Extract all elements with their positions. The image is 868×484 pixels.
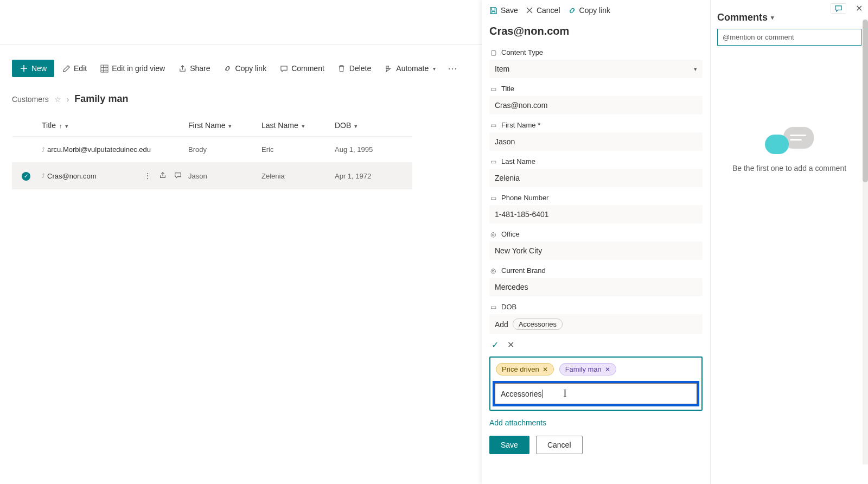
choice-icon: ◎ <box>489 231 497 238</box>
share-button[interactable]: Share <box>173 61 215 76</box>
comment-icon <box>279 64 288 73</box>
link-icon <box>568 7 576 15</box>
pane-copylink-button[interactable]: Copy link <box>568 6 611 15</box>
title-field[interactable]: Cras@non.com <box>489 96 703 114</box>
link-icon <box>224 64 232 73</box>
text-cursor <box>542 390 542 398</box>
sort-asc-icon: ↑ <box>59 123 62 129</box>
edit-button[interactable]: Edit <box>56 61 92 76</box>
comment-button[interactable]: Comment <box>274 61 330 76</box>
list-grid: Title↑▾ First Name▾ Last Name▾ DOB▾ ⤴arc… <box>0 109 412 189</box>
col-firstname[interactable]: First Name▾ <box>188 121 261 130</box>
text-icon: ▭ <box>489 122 497 129</box>
flow-icon <box>384 64 393 73</box>
row-more-icon[interactable]: ⋮ <box>144 171 151 180</box>
item-icon: ⤴ <box>42 173 45 179</box>
share-icon <box>178 64 187 73</box>
add-attachments-link[interactable]: Add attachments <box>489 411 703 430</box>
text-icon: ▭ <box>489 194 497 202</box>
close-icon <box>526 7 533 14</box>
remove-tag-icon[interactable]: ✕ <box>542 366 548 373</box>
delete-button[interactable]: Delete <box>332 61 376 76</box>
chevron-down-icon: ▾ <box>771 14 774 21</box>
bubble-icon <box>765 135 789 154</box>
contenttype-icon: ▢ <box>489 49 497 56</box>
lastname-field[interactable]: Zelenia <box>489 169 703 187</box>
date-icon: ▭ <box>489 303 497 311</box>
more-button[interactable]: ⋯ <box>443 60 462 77</box>
chevron-down-icon: ▾ <box>65 123 68 129</box>
col-title[interactable]: Title↑▾ <box>42 121 188 130</box>
breadcrumb-sep: › <box>67 95 69 104</box>
trash-icon <box>337 64 346 73</box>
table-row[interactable]: ✓ ⤴ Cras@non.com ⋮ Jason Zelenia Apr 1, … <box>12 162 412 189</box>
pane-cancel-button[interactable]: Cancel <box>526 6 560 15</box>
grid-icon <box>100 64 108 73</box>
grid-header: Title↑▾ First Name▾ Last Name▾ DOB▾ <box>12 114 412 136</box>
remove-tag-icon[interactable]: ✕ <box>605 366 610 373</box>
chevron-down-icon: ▾ <box>694 66 697 73</box>
row-share-icon[interactable] <box>159 171 167 180</box>
pencil-icon <box>62 64 71 73</box>
text-icon: ▭ <box>489 158 497 165</box>
item-icon: ⤴ <box>42 147 45 153</box>
comment-bubble-icon[interactable] <box>831 3 846 14</box>
star-icon[interactable]: ☆ <box>54 95 61 104</box>
new-label: New <box>31 64 47 73</box>
close-pane-icon[interactable]: ✕ <box>856 3 863 14</box>
row-comment-icon[interactable] <box>174 171 182 180</box>
text-icon: ▭ <box>489 85 497 93</box>
tag-chip[interactable]: Price driven ✕ <box>496 363 554 375</box>
selected-check-icon[interactable]: ✓ <box>22 172 30 181</box>
breadcrumb-list[interactable]: Customers <box>12 95 49 104</box>
table-row[interactable]: ⤴arcu.Morbi@vulputateduinec.edu Brody Er… <box>12 136 412 162</box>
brand-field[interactable]: Mercedes <box>489 278 703 296</box>
cancel-icon[interactable]: ✕ <box>507 340 514 350</box>
firstname-field[interactable]: Jason <box>489 132 703 151</box>
grid-edit-button[interactable]: Edit in grid view <box>94 61 170 76</box>
tag-input[interactable]: Accessories I <box>495 383 697 404</box>
office-field[interactable]: New York City <box>489 241 703 260</box>
details-pane: Save Cancel Copy link Cras@non.com <box>482 0 868 484</box>
save-icon <box>489 7 497 15</box>
pane-toolbar: Save Cancel Copy link <box>482 0 710 17</box>
col-dob[interactable]: DOB▾ <box>335 121 411 130</box>
cancel-button[interactable]: Cancel <box>536 436 583 454</box>
automate-button[interactable]: Automate ▾ <box>379 61 441 76</box>
comments-empty-state: Be the first one to add a comment <box>717 127 861 173</box>
item-title: Cras@non.com <box>489 17 703 42</box>
col-lastname[interactable]: Last Name▾ <box>261 121 335 130</box>
new-button[interactable]: New <box>12 60 54 77</box>
comments-panel: ✕ Comments ▾ @mention or comment Be the … <box>711 0 868 484</box>
suggestion-chip[interactable]: Accessories <box>513 319 563 330</box>
choice-icon: ◎ <box>489 267 497 275</box>
ibeam-cursor-icon: I <box>563 388 566 399</box>
save-button[interactable]: Save <box>489 436 529 454</box>
tag-suggestion[interactable]: Add Accessories <box>489 314 703 334</box>
svg-rect-0 <box>101 65 108 72</box>
phone-field[interactable]: 1-481-185-6401 <box>489 205 703 224</box>
chevron-down-icon: ▾ <box>433 66 436 72</box>
contenttype-select[interactable]: Item ▾ <box>489 60 703 78</box>
plus-icon <box>20 64 28 73</box>
tags-field[interactable]: Price driven ✕ Family man ✕ Accessories <box>489 356 703 411</box>
confirm-icon[interactable]: ✓ <box>492 340 499 350</box>
pane-save-button[interactable]: Save <box>489 6 518 15</box>
comment-input[interactable]: @mention or comment <box>717 29 861 46</box>
tag-chip[interactable]: Family man ✕ <box>559 363 616 375</box>
copylink-button[interactable]: Copy link <box>218 61 272 76</box>
breadcrumb-view: Family man <box>74 93 128 105</box>
